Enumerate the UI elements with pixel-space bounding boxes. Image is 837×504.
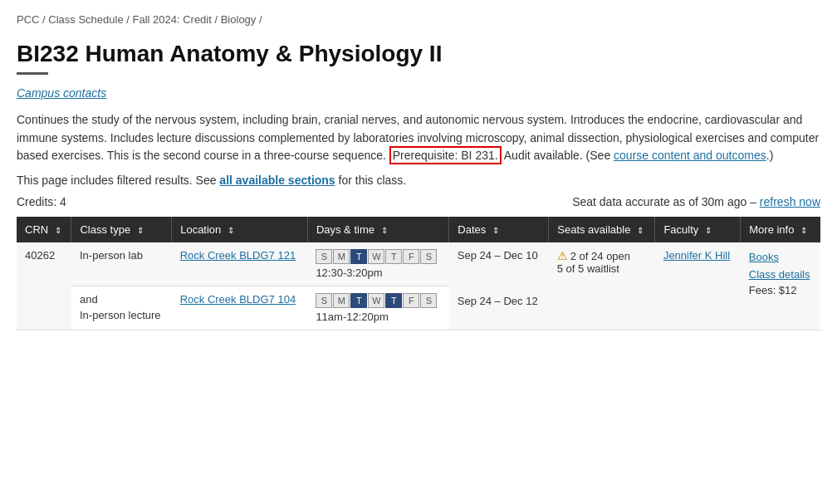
info-link-books[interactable]: Books bbox=[749, 249, 812, 267]
prereq-text: Prerequisite: BI 231. bbox=[389, 146, 502, 164]
and-type-cell: andIn-person lecture bbox=[71, 286, 172, 330]
filtered-note: This page includes filtered results. See… bbox=[17, 174, 820, 187]
class-type-cell: In-person lab bbox=[71, 242, 172, 286]
lecture-location-link[interactable]: Rock Creek BLDG7 104 bbox=[180, 293, 300, 306]
lecture-dates: Sep 24 – Dec 12 bbox=[458, 295, 541, 307]
col-header-days-time: Days & time ⇕ bbox=[307, 217, 448, 242]
breadcrumb: PCC / Class Schedule / Fall 2024: Credit… bbox=[17, 13, 820, 26]
col-header-class-type: Class type ⇕ bbox=[71, 217, 172, 242]
col-header-location: Location ⇕ bbox=[172, 217, 308, 242]
lecture-time-text: 11am-12:20pm bbox=[316, 311, 440, 323]
all-sections-link[interactable]: all available sections bbox=[219, 174, 335, 187]
sort-arrow-dates[interactable]: ⇕ bbox=[492, 226, 499, 235]
sort-arrow-class-type[interactable]: ⇕ bbox=[137, 226, 144, 235]
campus-contacts-link[interactable]: Campus contacts bbox=[17, 86, 106, 100]
days-time-cell: SMTWTFS12:30-3:20pm bbox=[307, 242, 448, 286]
seat-data-label: Seat data accurate as of 30m ago – bbox=[572, 195, 760, 208]
sort-arrow-crn[interactable]: ⇕ bbox=[55, 226, 61, 235]
col-header-faculty: Faculty ⇕ bbox=[655, 217, 741, 242]
day-cell: F bbox=[403, 293, 419, 308]
seats-waitlist-text: 5 of 5 waitlist bbox=[557, 262, 619, 275]
faculty-link[interactable]: Jennifer K Hill bbox=[663, 249, 730, 262]
faculty-cell: Jennifer K Hill bbox=[655, 242, 741, 330]
title-underline bbox=[17, 72, 48, 75]
breadcrumb-pcc[interactable]: PCC bbox=[17, 13, 39, 26]
more-info-links: BooksClass detailsFees: $12 bbox=[749, 249, 812, 296]
day-cell: F bbox=[403, 249, 419, 264]
credits-label: Credits: 4 bbox=[17, 195, 66, 208]
sort-arrow-faculty[interactable]: ⇕ bbox=[705, 226, 712, 235]
course-content-link[interactable]: course content and outcomes bbox=[614, 149, 766, 162]
filtered-note-1: This page includes filtered results. See bbox=[17, 174, 219, 187]
credits-row: Credits: 4 Seat data accurate as of 30m … bbox=[17, 195, 820, 208]
day-cell: M bbox=[333, 249, 350, 264]
day-cell: S bbox=[316, 293, 332, 308]
dates-cell: Sep 24 – Dec 10Sep 24 – Dec 12 bbox=[449, 242, 549, 330]
sort-arrow-seats[interactable]: ⇕ bbox=[637, 226, 644, 235]
day-cell: W bbox=[368, 293, 384, 308]
schedule-table: CRN ⇕ Class type ⇕ Location ⇕ Days & tim… bbox=[17, 217, 820, 330]
more-info-cell: BooksClass detailsFees: $12 bbox=[741, 242, 820, 330]
day-cell: S bbox=[420, 293, 437, 308]
description-text-2: Audit available. (See bbox=[504, 149, 614, 162]
breadcrumb-fall-2024[interactable]: Fall 2024: Credit bbox=[132, 13, 211, 26]
course-description: Continues the study of the nervous syste… bbox=[17, 111, 820, 165]
day-cell: S bbox=[420, 249, 437, 264]
fees-text: Fees: $12 bbox=[749, 284, 812, 296]
sort-arrow-location[interactable]: ⇕ bbox=[228, 226, 234, 235]
day-cell: T bbox=[385, 249, 402, 264]
warning-icon: ⚠ bbox=[557, 249, 568, 262]
col-header-dates: Dates ⇕ bbox=[449, 217, 549, 242]
day-cell: M bbox=[333, 293, 350, 308]
col-header-seats: Seats available ⇕ bbox=[549, 217, 655, 242]
lecture-location-cell: Rock Creek BLDG7 104 bbox=[172, 286, 308, 330]
location-link[interactable]: Rock Creek BLDG7 121 bbox=[180, 249, 300, 262]
page-title: BI232 Human Anatomy & Physiology II bbox=[17, 41, 820, 67]
breadcrumb-biology[interactable]: Biology bbox=[221, 13, 257, 26]
col-header-more-info: More info ⇕ bbox=[741, 217, 820, 242]
campus-contacts-section: Campus contacts bbox=[17, 86, 820, 100]
sort-arrow-more-info[interactable]: ⇕ bbox=[800, 226, 807, 235]
col-header-crn: CRN ⇕ bbox=[17, 217, 71, 242]
day-cell: T bbox=[385, 293, 402, 308]
prereq-highlight: Prerequisite: BI 231. bbox=[389, 146, 502, 164]
filtered-note-2: for this class. bbox=[335, 174, 407, 187]
lecture-type-label: In-person lecture bbox=[80, 309, 164, 321]
breadcrumb-class-schedule[interactable]: Class Schedule bbox=[48, 13, 123, 26]
description-text-3: .) bbox=[766, 149, 774, 162]
and-label: and bbox=[80, 293, 164, 306]
refresh-now-link[interactable]: refresh now bbox=[760, 195, 820, 208]
lecture-days-time-cell: SMTWTFS11am-12:20pm bbox=[307, 286, 448, 330]
day-cell: S bbox=[316, 249, 332, 264]
seat-info: Seat data accurate as of 30m ago – refre… bbox=[572, 195, 820, 208]
day-cell: T bbox=[350, 249, 367, 264]
table-header-row: CRN ⇕ Class type ⇕ Location ⇕ Days & tim… bbox=[17, 217, 820, 242]
day-cell: T bbox=[350, 293, 367, 308]
table-row: 40262In-person labRock Creek BLDG7 121SM… bbox=[17, 242, 820, 286]
lab-dates: Sep 24 – Dec 10 bbox=[458, 249, 541, 262]
sort-arrow-days-time[interactable]: ⇕ bbox=[381, 226, 388, 235]
time-text: 12:30-3:20pm bbox=[316, 267, 440, 279]
info-link-class-details[interactable]: Class details bbox=[749, 267, 812, 284]
crn-cell: 40262 bbox=[17, 242, 71, 330]
location-cell: Rock Creek BLDG7 121 bbox=[172, 242, 308, 286]
day-cell: W bbox=[368, 249, 384, 264]
seats-cell: ⚠2 of 24 open5 of 5 waitlist bbox=[549, 242, 655, 330]
seats-open-text: 2 of 24 open bbox=[570, 250, 630, 262]
